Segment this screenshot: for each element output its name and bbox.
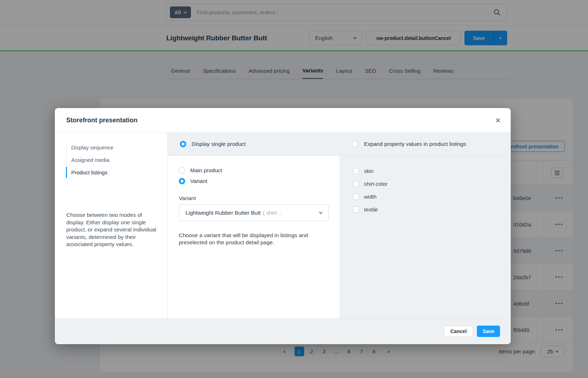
option-label: Variant bbox=[190, 178, 207, 184]
property-item[interactable]: skin bbox=[353, 168, 511, 174]
option-variant[interactable]: Variant bbox=[179, 178, 339, 184]
nav-item-display-sequence[interactable]: Display sequence bbox=[67, 141, 157, 154]
modal-description: Choose between two modes of display. Eit… bbox=[66, 211, 158, 248]
cancel-button[interactable]: Cancel bbox=[444, 326, 473, 337]
single-product-column: Display single product Main product Vari… bbox=[168, 133, 339, 318]
option-label: Main product bbox=[190, 167, 222, 174]
storefront-presentation-modal: Storefront presentation × Display sequen… bbox=[55, 108, 511, 344]
property-label: skin bbox=[364, 168, 374, 174]
variant-field-label: Variant bbox=[179, 195, 339, 201]
property-label: shirt-color bbox=[364, 181, 387, 187]
modal-body: Display sequence Assigned media Product … bbox=[55, 133, 511, 318]
checkbox-width[interactable] bbox=[353, 194, 359, 200]
save-button[interactable]: Save bbox=[477, 326, 500, 337]
mode-label: Expand property values in product listin… bbox=[364, 141, 466, 147]
property-item[interactable]: width bbox=[353, 194, 511, 200]
single-product-body: Main product Variant Variant Lightweight… bbox=[168, 156, 339, 318]
expand-properties-header: Expand property values in product listin… bbox=[339, 133, 511, 156]
radio-variant[interactable] bbox=[179, 178, 185, 184]
modal-header: Storefront presentation × bbox=[55, 108, 511, 133]
radio-display-single-product[interactable] bbox=[180, 141, 186, 147]
property-item[interactable]: shirt-color bbox=[353, 181, 511, 187]
variant-select-value: Lightweight Rubber Butter Butt bbox=[186, 210, 261, 216]
expand-properties-column: Expand property values in product listin… bbox=[339, 133, 511, 318]
mode-label: Display single product bbox=[192, 141, 246, 147]
radio-expand-properties[interactable] bbox=[352, 141, 358, 147]
checkbox-shirt-color[interactable] bbox=[353, 181, 359, 187]
variant-select[interactable]: Lightweight Rubber Butter Butt ( shirt..… bbox=[179, 204, 329, 221]
variant-helper-text: Choose a variant that will be displayed … bbox=[179, 232, 321, 246]
modal-left-panel: Display sequence Assigned media Product … bbox=[55, 133, 168, 318]
nav-item-assigned-media[interactable]: Assigned media bbox=[67, 154, 157, 166]
properties-list: skin shirt-color width textile bbox=[339, 156, 511, 213]
single-product-mode-header: Display single product bbox=[168, 133, 339, 156]
nav-item-product-listings[interactable]: Product listings bbox=[67, 166, 157, 179]
checkbox-textile[interactable] bbox=[353, 206, 359, 213]
chevron-down-icon bbox=[319, 210, 323, 214]
property-item[interactable]: textile bbox=[353, 206, 511, 213]
close-icon[interactable]: × bbox=[495, 116, 501, 125]
radio-main-product[interactable] bbox=[179, 167, 185, 174]
modal-nav: Display sequence Assigned media Product … bbox=[66, 141, 157, 179]
property-label: textile bbox=[364, 206, 378, 213]
checkbox-skin[interactable] bbox=[353, 168, 359, 174]
option-main-product[interactable]: Main product bbox=[179, 167, 339, 174]
modal-title: Storefront presentation bbox=[66, 117, 137, 124]
variant-select-hint: ( shirt... bbox=[263, 210, 281, 216]
property-label: width bbox=[364, 194, 376, 200]
modal-footer: Cancel Save bbox=[55, 318, 511, 344]
